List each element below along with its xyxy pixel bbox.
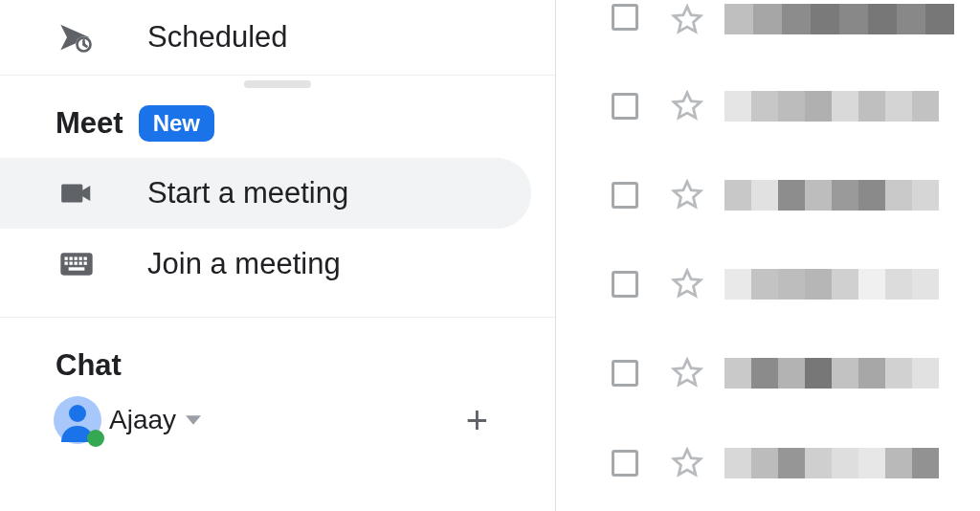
sidebar-item-start-meeting[interactable]: Start a meeting — [0, 158, 531, 229]
scheduled-icon — [57, 17, 96, 57]
svg-rect-5 — [75, 257, 78, 260]
mail-row[interactable] — [556, 150, 980, 239]
meet-section-header: Meet New — [0, 93, 555, 154]
redacted-sender — [724, 358, 980, 389]
sidebar-item-scheduled[interactable]: Scheduled — [0, 0, 555, 75]
svg-point-15 — [69, 405, 86, 422]
mail-checkbox[interactable] — [612, 4, 638, 31]
mail-row[interactable] — [556, 239, 980, 328]
sidebar-item-join-meeting[interactable]: Join a meeting — [0, 229, 555, 300]
svg-rect-7 — [84, 257, 87, 260]
presence-dot-icon — [87, 430, 104, 447]
svg-rect-3 — [65, 257, 68, 260]
chat-title: Chat — [56, 348, 122, 383]
caret-down-icon[interactable] — [186, 412, 201, 428]
svg-rect-8 — [65, 262, 68, 265]
mail-row[interactable] — [556, 0, 980, 61]
svg-rect-11 — [79, 262, 82, 265]
redacted-sender — [724, 4, 980, 34]
star-icon[interactable] — [671, 357, 703, 389]
redacted-sender — [724, 269, 980, 300]
svg-rect-10 — [75, 262, 78, 265]
drag-handle[interactable] — [244, 80, 311, 88]
avatar — [54, 396, 101, 444]
redacted-sender — [724, 180, 980, 211]
svg-rect-4 — [70, 257, 73, 260]
mail-checkbox[interactable] — [612, 182, 638, 209]
star-icon[interactable] — [671, 90, 703, 122]
sidebar-item-label: Scheduled — [147, 20, 288, 55]
mail-checkbox[interactable] — [612, 360, 638, 387]
mail-row[interactable] — [556, 417, 980, 509]
svg-rect-9 — [70, 262, 73, 265]
svg-rect-6 — [79, 257, 82, 260]
svg-rect-12 — [84, 262, 87, 265]
sidebar-item-label: Join a meeting — [147, 247, 341, 281]
keyboard-icon — [57, 245, 96, 283]
star-icon[interactable] — [671, 268, 703, 300]
redacted-sender — [724, 91, 980, 122]
mail-checkbox[interactable] — [612, 271, 638, 298]
mail-row[interactable] — [556, 328, 980, 417]
redacted-sender — [724, 448, 980, 478]
video-camera-icon — [57, 175, 96, 211]
star-icon[interactable] — [671, 179, 703, 211]
star-icon[interactable] — [671, 447, 703, 479]
svg-rect-13 — [69, 267, 85, 270]
mail-row[interactable] — [556, 61, 980, 150]
chat-user-row[interactable]: Ajaay + — [0, 389, 555, 452]
new-badge: New — [139, 105, 214, 142]
mail-checkbox[interactable] — [612, 93, 638, 120]
add-chat-button[interactable]: + — [466, 399, 488, 442]
chat-user-name: Ajaay — [109, 405, 176, 435]
mail-checkbox[interactable] — [612, 450, 638, 477]
meet-title: Meet — [56, 106, 123, 141]
chat-section-header: Chat — [0, 343, 555, 389]
sidebar-item-label: Start a meeting — [147, 176, 348, 211]
star-icon[interactable] — [671, 4, 703, 36]
